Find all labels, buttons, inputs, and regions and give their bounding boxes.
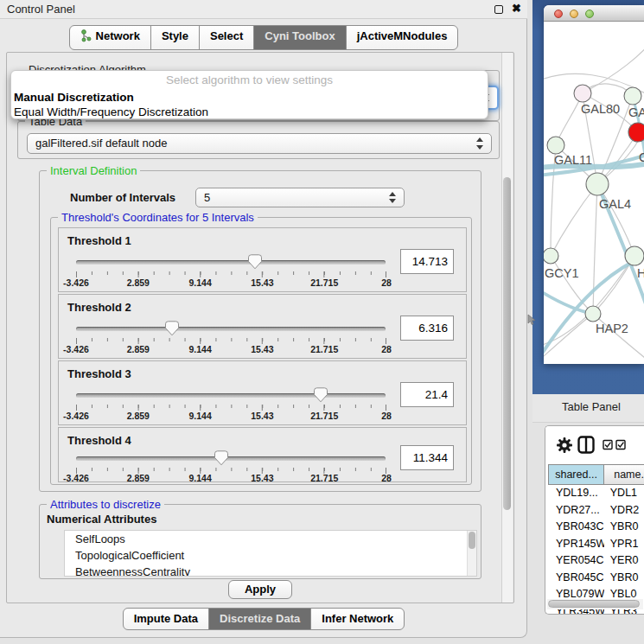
node-red-selected[interactable]: [628, 123, 644, 142]
split-panel-icon[interactable]: [577, 436, 595, 454]
panel-scrollbar-thumb[interactable]: [503, 177, 511, 510]
threshold-3-slider-track[interactable]: [76, 393, 386, 398]
network-canvas[interactable]: GAL80 GA C GAL11 GAL4 GCY1 H HAP2: [544, 22, 644, 364]
close-icon[interactable]: ✖: [511, 3, 522, 14]
numerical-attributes-label: Numerical Attributes: [47, 513, 156, 526]
mouse-cursor: [527, 314, 537, 326]
algorithm-dropdown-popup: Select algorithm to view settings Manual…: [10, 70, 488, 119]
select-attributes-checkboxes-icon[interactable]: [603, 439, 627, 450]
minimize-traffic-light-icon[interactable]: [570, 10, 578, 18]
node-gal11[interactable]: [547, 137, 564, 154]
node-label: GAL80: [581, 102, 620, 116]
slider-scale-labels: -3.4262.8599.14415.4321.71528: [76, 344, 386, 354]
threshold-3-slider-thumb[interactable]: [314, 387, 328, 403]
tab-style[interactable]: Style: [150, 25, 200, 50]
threshold-coordinates-group: Threshold's Coordinates for 5 Intervals …: [50, 217, 472, 485]
tab-infer-network[interactable]: Infer Network: [310, 608, 405, 630]
close-traffic-light-icon[interactable]: [554, 10, 563, 18]
table-panel: shared... name... YDL19...YDL1 YDR27...Y…: [545, 425, 644, 615]
threshold-4-slider-track[interactable]: [76, 456, 386, 461]
tab-jactivemnodules[interactable]: jActiveMNodules: [346, 25, 459, 50]
threshold-1-value-field[interactable]: 14.713: [400, 249, 454, 274]
column-header-name[interactable]: name...: [603, 464, 644, 485]
attributes-to-discretize-group: Attributes to discretize Numerical Attri…: [39, 504, 481, 579]
threshold-2-value-field[interactable]: 6.316: [400, 316, 454, 341]
slider-ticks: [76, 271, 386, 277]
threshold-1-panel: Threshold 1 -3.4262.8599.14415.4321.7152…: [58, 227, 467, 292]
column-header-shared-name[interactable]: shared...: [548, 464, 604, 485]
threshold-2-slider-track[interactable]: [76, 327, 386, 331]
threshold-3-panel: Threshold 3 -3.4262.8599.14415.4321.7152…: [58, 360, 467, 425]
popup-item-manual-discretization[interactable]: Manual Discretization: [11, 90, 488, 105]
table-row[interactable]: YDR27...YDR2: [548, 502, 644, 520]
network-icon: [80, 29, 92, 45]
float-window-icon[interactable]: [494, 5, 503, 14]
node-label: GAL11: [554, 153, 592, 167]
table-data-combo[interactable]: galFiltered.sif default node: [27, 133, 492, 154]
node-label: GAL4: [599, 197, 631, 211]
table-row[interactable]: YER054CYER0: [548, 552, 644, 570]
popup-placeholder-text: Select algorithm to view settings: [11, 73, 488, 90]
table-row[interactable]: YPR145WYPR1: [548, 536, 644, 553]
tab-discretize-data[interactable]: Discretize Data: [208, 608, 311, 630]
table-row[interactable]: YBR043CYBR0: [548, 519, 644, 536]
list-item[interactable]: TopologicalCoefficient: [65, 547, 476, 564]
slider-ticks: [76, 405, 386, 411]
table-data-group: Table Data galFiltered.sif default node: [17, 121, 500, 159]
table-hscrollbar-track[interactable]: [547, 599, 643, 609]
popup-item-equal-width-frequency[interactable]: Equal Width/Frequency Discretization: [11, 105, 488, 119]
threshold-4-value-field[interactable]: 11.344: [400, 445, 454, 470]
tab-network[interactable]: Network: [69, 25, 151, 50]
group-title: Interval Definition: [47, 164, 140, 177]
table-row[interactable]: YBR045CYBR0: [548, 570, 644, 587]
numerical-attributes-list[interactable]: SelfLoops TopologicalCoefficient Between…: [64, 530, 477, 577]
number-of-intervals-label: Number of Intervals: [70, 191, 175, 204]
control-panel-titlebar: Control Panel ✖: [0, 0, 527, 19]
table-toolbar: [545, 426, 644, 463]
node-h[interactable]: [625, 246, 644, 265]
zoom-traffic-light-icon[interactable]: [585, 10, 594, 18]
threshold-4-slider-thumb[interactable]: [214, 450, 228, 466]
node-hap2[interactable]: [585, 306, 601, 322]
slider-ticks: [76, 338, 386, 344]
slider-scale-labels: -3.4262.8599.14415.4321.71528: [76, 473, 386, 483]
apply-button[interactable]: Apply: [228, 580, 292, 599]
gear-icon[interactable]: [556, 437, 573, 454]
number-of-intervals-combo[interactable]: 5: [195, 188, 405, 207]
tab-cyni-toolbox[interactable]: Cyni Toolbox: [253, 25, 346, 50]
interval-definition-group: Interval Definition Number of Intervals …: [39, 170, 481, 492]
network-view-window: GAL80 GA C GAL11 GAL4 GCY1 H HAP2: [544, 5, 644, 364]
node-gcy1[interactable]: [544, 248, 558, 264]
node-label: C: [639, 150, 644, 164]
node-ga[interactable]: [624, 87, 641, 105]
node-label: HAP2: [596, 322, 628, 335]
node-gal80[interactable]: [574, 85, 591, 102]
number-of-intervals-value: 5: [204, 191, 210, 204]
node-label: GCY1: [545, 266, 579, 280]
list-item[interactable]: BetweennessCentrality: [65, 564, 476, 577]
table-row[interactable]: YDL19...YDL1: [548, 485, 644, 502]
threshold-label: Threshold 3: [67, 367, 131, 380]
tab-impute-data[interactable]: Impute Data: [123, 608, 209, 630]
tab-select[interactable]: Select: [199, 25, 254, 50]
window-title: Control Panel: [7, 3, 75, 16]
group-title: Attributes to discretize: [47, 498, 164, 511]
table-hscrollbar-thumb[interactable]: [548, 600, 640, 608]
combo-stepper-icon: [388, 188, 398, 207]
threshold-3-value-field[interactable]: 21.4: [400, 382, 454, 407]
control-panel-window: Control Panel ✖ Network Style: [0, 0, 527, 638]
threshold-2-panel: Threshold 2 -3.4262.8599.14415.4321.7152…: [58, 294, 467, 359]
table-data-combo-value: galFiltered.sif default node: [35, 137, 167, 150]
threshold-1-slider-thumb[interactable]: [248, 254, 262, 270]
list-scrollbar-thumb[interactable]: [469, 532, 475, 549]
threshold-label: Threshold 1: [67, 234, 131, 247]
list-scrollbar-track[interactable]: [467, 531, 476, 577]
threshold-4-panel: Threshold 4 -3.4262.8599.14415.4321.7152…: [58, 427, 467, 482]
network-window-titlebar[interactable]: [544, 5, 644, 22]
node-gal4[interactable]: [586, 173, 609, 195]
slider-scale-labels: -3.4262.8599.14415.4321.71528: [76, 277, 386, 288]
threshold-1-slider-track[interactable]: [76, 260, 386, 265]
threshold-2-slider-thumb[interactable]: [165, 321, 179, 336]
list-item[interactable]: SelfLoops: [65, 531, 476, 547]
slider-scale-labels: -3.4262.8599.14415.4321.71528: [76, 411, 386, 421]
